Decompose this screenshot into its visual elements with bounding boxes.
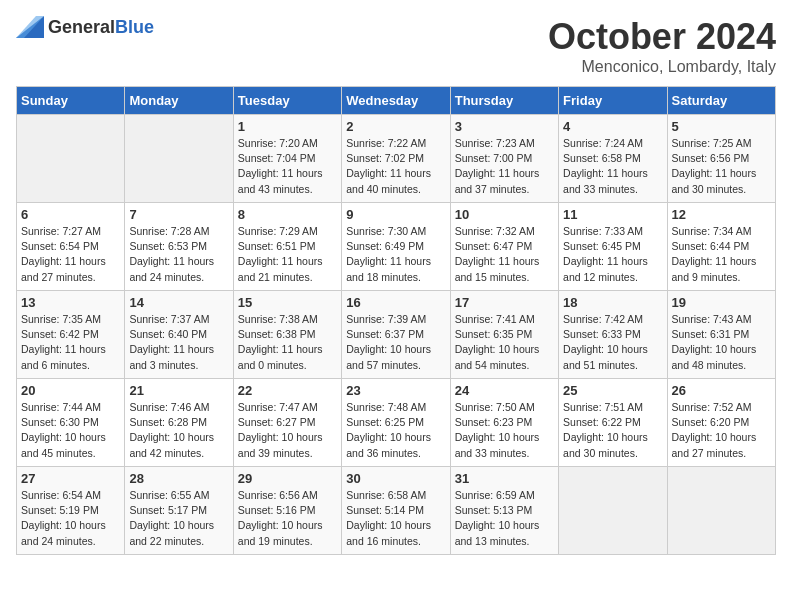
day-info: Sunrise: 7:44 AMSunset: 6:30 PMDaylight:… <box>21 400 120 461</box>
day-number: 12 <box>672 207 771 222</box>
logo-icon <box>16 16 44 38</box>
main-title: October 2024 <box>548 16 776 58</box>
calendar-cell: 20Sunrise: 7:44 AMSunset: 6:30 PMDayligh… <box>17 379 125 467</box>
column-header-thursday: Thursday <box>450 87 558 115</box>
day-number: 24 <box>455 383 554 398</box>
column-header-tuesday: Tuesday <box>233 87 341 115</box>
calendar-cell: 13Sunrise: 7:35 AMSunset: 6:42 PMDayligh… <box>17 291 125 379</box>
day-info: Sunrise: 7:28 AMSunset: 6:53 PMDaylight:… <box>129 224 228 285</box>
logo-blue: Blue <box>115 17 154 38</box>
day-number: 16 <box>346 295 445 310</box>
day-info: Sunrise: 7:30 AMSunset: 6:49 PMDaylight:… <box>346 224 445 285</box>
column-header-friday: Friday <box>559 87 667 115</box>
column-header-wednesday: Wednesday <box>342 87 450 115</box>
calendar-cell: 25Sunrise: 7:51 AMSunset: 6:22 PMDayligh… <box>559 379 667 467</box>
week-row-5: 27Sunrise: 6:54 AMSunset: 5:19 PMDayligh… <box>17 467 776 555</box>
day-number: 14 <box>129 295 228 310</box>
day-number: 2 <box>346 119 445 134</box>
day-number: 23 <box>346 383 445 398</box>
calendar-cell <box>17 115 125 203</box>
day-info: Sunrise: 7:22 AMSunset: 7:02 PMDaylight:… <box>346 136 445 197</box>
day-number: 5 <box>672 119 771 134</box>
calendar-cell: 6Sunrise: 7:27 AMSunset: 6:54 PMDaylight… <box>17 203 125 291</box>
calendar-cell: 16Sunrise: 7:39 AMSunset: 6:37 PMDayligh… <box>342 291 450 379</box>
calendar-cell: 29Sunrise: 6:56 AMSunset: 5:16 PMDayligh… <box>233 467 341 555</box>
calendar-cell: 2Sunrise: 7:22 AMSunset: 7:02 PMDaylight… <box>342 115 450 203</box>
calendar-cell: 22Sunrise: 7:47 AMSunset: 6:27 PMDayligh… <box>233 379 341 467</box>
calendar-cell: 9Sunrise: 7:30 AMSunset: 6:49 PMDaylight… <box>342 203 450 291</box>
day-info: Sunrise: 7:48 AMSunset: 6:25 PMDaylight:… <box>346 400 445 461</box>
day-info: Sunrise: 7:20 AMSunset: 7:04 PMDaylight:… <box>238 136 337 197</box>
calendar-cell: 5Sunrise: 7:25 AMSunset: 6:56 PMDaylight… <box>667 115 775 203</box>
calendar-cell: 1Sunrise: 7:20 AMSunset: 7:04 PMDaylight… <box>233 115 341 203</box>
calendar-cell: 18Sunrise: 7:42 AMSunset: 6:33 PMDayligh… <box>559 291 667 379</box>
day-number: 30 <box>346 471 445 486</box>
column-header-monday: Monday <box>125 87 233 115</box>
day-number: 26 <box>672 383 771 398</box>
day-number: 17 <box>455 295 554 310</box>
day-info: Sunrise: 6:56 AMSunset: 5:16 PMDaylight:… <box>238 488 337 549</box>
calendar-cell: 24Sunrise: 7:50 AMSunset: 6:23 PMDayligh… <box>450 379 558 467</box>
day-number: 3 <box>455 119 554 134</box>
page-header: General Blue October 2024 Menconico, Lom… <box>16 16 776 76</box>
day-info: Sunrise: 7:50 AMSunset: 6:23 PMDaylight:… <box>455 400 554 461</box>
calendar-cell <box>559 467 667 555</box>
calendar-cell <box>667 467 775 555</box>
day-info: Sunrise: 7:46 AMSunset: 6:28 PMDaylight:… <box>129 400 228 461</box>
day-info: Sunrise: 7:27 AMSunset: 6:54 PMDaylight:… <box>21 224 120 285</box>
day-info: Sunrise: 7:37 AMSunset: 6:40 PMDaylight:… <box>129 312 228 373</box>
day-info: Sunrise: 7:29 AMSunset: 6:51 PMDaylight:… <box>238 224 337 285</box>
logo-general: General <box>48 17 115 38</box>
day-number: 6 <box>21 207 120 222</box>
day-info: Sunrise: 7:51 AMSunset: 6:22 PMDaylight:… <box>563 400 662 461</box>
subtitle: Menconico, Lombardy, Italy <box>548 58 776 76</box>
day-number: 1 <box>238 119 337 134</box>
day-number: 4 <box>563 119 662 134</box>
day-number: 7 <box>129 207 228 222</box>
day-number: 29 <box>238 471 337 486</box>
calendar-cell: 7Sunrise: 7:28 AMSunset: 6:53 PMDaylight… <box>125 203 233 291</box>
calendar-cell: 11Sunrise: 7:33 AMSunset: 6:45 PMDayligh… <box>559 203 667 291</box>
calendar-cell: 28Sunrise: 6:55 AMSunset: 5:17 PMDayligh… <box>125 467 233 555</box>
day-info: Sunrise: 7:43 AMSunset: 6:31 PMDaylight:… <box>672 312 771 373</box>
calendar-cell: 31Sunrise: 6:59 AMSunset: 5:13 PMDayligh… <box>450 467 558 555</box>
calendar-cell: 23Sunrise: 7:48 AMSunset: 6:25 PMDayligh… <box>342 379 450 467</box>
calendar-cell: 4Sunrise: 7:24 AMSunset: 6:58 PMDaylight… <box>559 115 667 203</box>
day-number: 11 <box>563 207 662 222</box>
day-info: Sunrise: 6:59 AMSunset: 5:13 PMDaylight:… <box>455 488 554 549</box>
calendar-cell: 10Sunrise: 7:32 AMSunset: 6:47 PMDayligh… <box>450 203 558 291</box>
calendar-cell: 30Sunrise: 6:58 AMSunset: 5:14 PMDayligh… <box>342 467 450 555</box>
day-number: 21 <box>129 383 228 398</box>
day-number: 25 <box>563 383 662 398</box>
day-number: 27 <box>21 471 120 486</box>
day-info: Sunrise: 7:39 AMSunset: 6:37 PMDaylight:… <box>346 312 445 373</box>
day-info: Sunrise: 7:47 AMSunset: 6:27 PMDaylight:… <box>238 400 337 461</box>
calendar-cell: 17Sunrise: 7:41 AMSunset: 6:35 PMDayligh… <box>450 291 558 379</box>
day-info: Sunrise: 6:55 AMSunset: 5:17 PMDaylight:… <box>129 488 228 549</box>
day-number: 8 <box>238 207 337 222</box>
calendar-cell: 8Sunrise: 7:29 AMSunset: 6:51 PMDaylight… <box>233 203 341 291</box>
header-row: SundayMondayTuesdayWednesdayThursdayFrid… <box>17 87 776 115</box>
day-info: Sunrise: 7:34 AMSunset: 6:44 PMDaylight:… <box>672 224 771 285</box>
day-info: Sunrise: 7:52 AMSunset: 6:20 PMDaylight:… <box>672 400 771 461</box>
day-info: Sunrise: 7:35 AMSunset: 6:42 PMDaylight:… <box>21 312 120 373</box>
day-info: Sunrise: 7:38 AMSunset: 6:38 PMDaylight:… <box>238 312 337 373</box>
week-row-3: 13Sunrise: 7:35 AMSunset: 6:42 PMDayligh… <box>17 291 776 379</box>
day-info: Sunrise: 6:58 AMSunset: 5:14 PMDaylight:… <box>346 488 445 549</box>
day-info: Sunrise: 7:33 AMSunset: 6:45 PMDaylight:… <box>563 224 662 285</box>
week-row-1: 1Sunrise: 7:20 AMSunset: 7:04 PMDaylight… <box>17 115 776 203</box>
logo: General Blue <box>16 16 154 38</box>
day-info: Sunrise: 6:54 AMSunset: 5:19 PMDaylight:… <box>21 488 120 549</box>
calendar-cell: 12Sunrise: 7:34 AMSunset: 6:44 PMDayligh… <box>667 203 775 291</box>
day-info: Sunrise: 7:32 AMSunset: 6:47 PMDaylight:… <box>455 224 554 285</box>
title-area: October 2024 Menconico, Lombardy, Italy <box>548 16 776 76</box>
week-row-2: 6Sunrise: 7:27 AMSunset: 6:54 PMDaylight… <box>17 203 776 291</box>
day-number: 19 <box>672 295 771 310</box>
day-info: Sunrise: 7:24 AMSunset: 6:58 PMDaylight:… <box>563 136 662 197</box>
day-info: Sunrise: 7:25 AMSunset: 6:56 PMDaylight:… <box>672 136 771 197</box>
calendar-cell: 19Sunrise: 7:43 AMSunset: 6:31 PMDayligh… <box>667 291 775 379</box>
day-number: 31 <box>455 471 554 486</box>
calendar-cell: 21Sunrise: 7:46 AMSunset: 6:28 PMDayligh… <box>125 379 233 467</box>
calendar-cell: 26Sunrise: 7:52 AMSunset: 6:20 PMDayligh… <box>667 379 775 467</box>
day-info: Sunrise: 7:42 AMSunset: 6:33 PMDaylight:… <box>563 312 662 373</box>
